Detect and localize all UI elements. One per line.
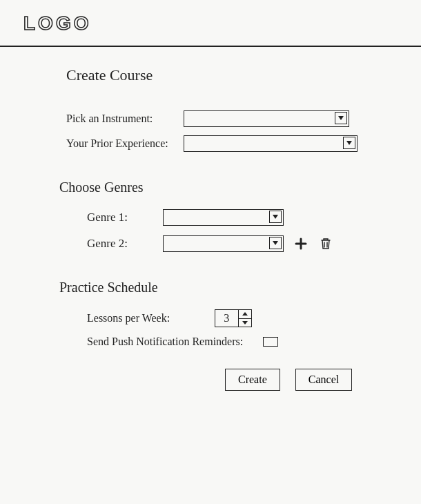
schedule-section-title: Practice Schedule bbox=[59, 280, 393, 295]
logo: LOGO bbox=[23, 12, 91, 34]
experience-label: Your Prior Experience: bbox=[66, 137, 184, 150]
lessons-label: Lessons per Week: bbox=[87, 312, 215, 324]
chevron-down-icon bbox=[269, 211, 282, 223]
stepper-down-icon[interactable] bbox=[239, 319, 251, 327]
instrument-select[interactable] bbox=[184, 110, 349, 127]
genre-1-select[interactable] bbox=[163, 209, 284, 226]
lessons-value: 3 bbox=[215, 310, 238, 327]
genre-2-select[interactable] bbox=[163, 235, 284, 252]
genre-1-label: Genre 1: bbox=[87, 211, 163, 224]
add-genre-icon[interactable] bbox=[293, 236, 309, 251]
create-button[interactable]: Create bbox=[225, 369, 280, 391]
chevron-down-icon bbox=[343, 137, 355, 149]
stepper-up-icon[interactable] bbox=[239, 310, 251, 319]
genre-2-label: Genre 2: bbox=[87, 237, 163, 251]
instrument-label: Pick an Instrument: bbox=[66, 113, 184, 125]
cancel-button[interactable]: Cancel bbox=[295, 369, 352, 391]
delete-genre-icon[interactable] bbox=[318, 236, 333, 251]
chevron-down-icon bbox=[269, 237, 282, 249]
page-title: Create Course bbox=[66, 66, 393, 84]
chevron-down-icon bbox=[335, 112, 347, 124]
reminders-checkbox[interactable] bbox=[263, 337, 278, 347]
reminders-label: Send Push Notification Reminders: bbox=[87, 336, 263, 348]
lessons-stepper[interactable]: 3 bbox=[215, 309, 252, 327]
genres-section-title: Choose Genres bbox=[59, 180, 393, 195]
experience-select[interactable] bbox=[184, 135, 358, 152]
